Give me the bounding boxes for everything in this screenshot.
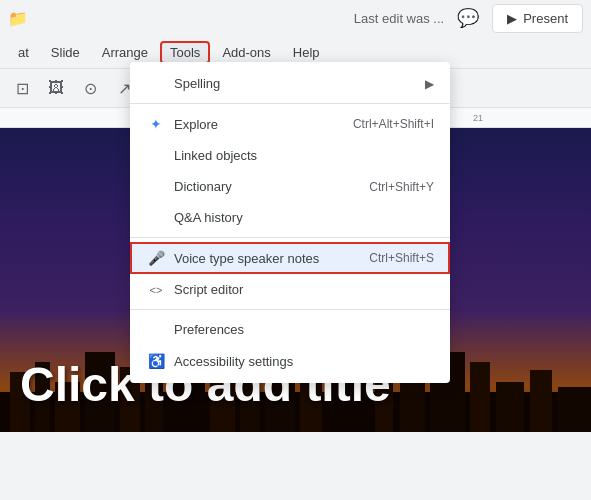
dropdown-item-spelling[interactable]: Spelling ▶ [130,68,450,99]
svg-rect-17 [496,382,524,432]
linked-objects-label: Linked objects [174,148,434,163]
dropdown-item-script-editor[interactable]: <> Script editor [130,274,450,305]
explore-icon: ✦ [146,116,166,132]
explore-shortcut: Ctrl+Alt+Shift+I [353,117,434,131]
divider-2 [130,237,450,238]
script-editor-icon: <> [146,284,166,296]
toolbar-image-icon[interactable]: 🖼 [42,74,70,102]
divider-3 [130,309,450,310]
dropdown-item-explore[interactable]: ✦ Explore Ctrl+Alt+Shift+I [130,108,450,140]
toolbar-grid-icon[interactable]: ⊡ [8,74,36,102]
comment-icon: 💬 [457,7,479,29]
explore-label: Explore [174,117,353,132]
svg-rect-19 [558,387,591,432]
header-row: 📁 Last edit was ... 💬 ▶ Present [0,0,591,36]
menu-item-slide[interactable]: Slide [41,41,90,64]
dropdown-item-accessibility[interactable]: ♿ Accessibility settings [130,345,450,377]
menu-item-help[interactable]: Help [283,41,330,64]
svg-rect-14 [400,377,425,432]
dropdown-item-qa-history[interactable]: Q&A history [130,202,450,233]
folder-icon: 📁 [8,9,28,28]
voice-type-label: Voice type speaker notes [174,251,369,266]
dropdown-item-voice-type[interactable]: 🎤 Voice type speaker notes Ctrl+Shift+S [130,242,450,274]
comment-button[interactable]: 💬 [452,2,484,34]
spelling-label: Spelling [174,76,425,91]
dictionary-shortcut: Ctrl+Shift+Y [369,180,434,194]
header-right: Last edit was ... 💬 ▶ Present [354,2,583,34]
script-editor-label: Script editor [174,282,434,297]
spelling-arrow: ▶ [425,77,434,91]
present-button[interactable]: ▶ Present [492,4,583,33]
menu-item-addons[interactable]: Add-ons [212,41,280,64]
present-icon: ▶ [507,11,517,26]
menu-item-at[interactable]: at [8,41,39,64]
toolbar-circle-icon[interactable]: ⊙ [76,74,104,102]
accessibility-label: Accessibility settings [174,354,434,369]
ruler-mark-21: 21 [473,113,510,123]
divider-1 [130,103,450,104]
voice-type-shortcut: Ctrl+Shift+S [369,251,434,265]
accessibility-icon: ♿ [146,353,166,369]
menu-item-tools[interactable]: Tools [160,41,210,64]
menu-item-arrange[interactable]: Arrange [92,41,158,64]
tools-dropdown: Spelling ▶ ✦ Explore Ctrl+Alt+Shift+I Li… [130,62,450,383]
voice-type-icon: 🎤 [146,250,166,266]
svg-rect-16 [470,362,490,432]
dictionary-label: Dictionary [174,179,369,194]
preferences-label: Preferences [174,322,434,337]
qa-history-label: Q&A history [174,210,434,225]
present-label: Present [523,11,568,26]
dropdown-item-linked-objects[interactable]: Linked objects [130,140,450,171]
dropdown-item-dictionary[interactable]: Dictionary Ctrl+Shift+Y [130,171,450,202]
svg-rect-18 [530,370,552,432]
last-edit-text: Last edit was ... [354,11,444,26]
dropdown-item-preferences[interactable]: Preferences [130,314,450,345]
